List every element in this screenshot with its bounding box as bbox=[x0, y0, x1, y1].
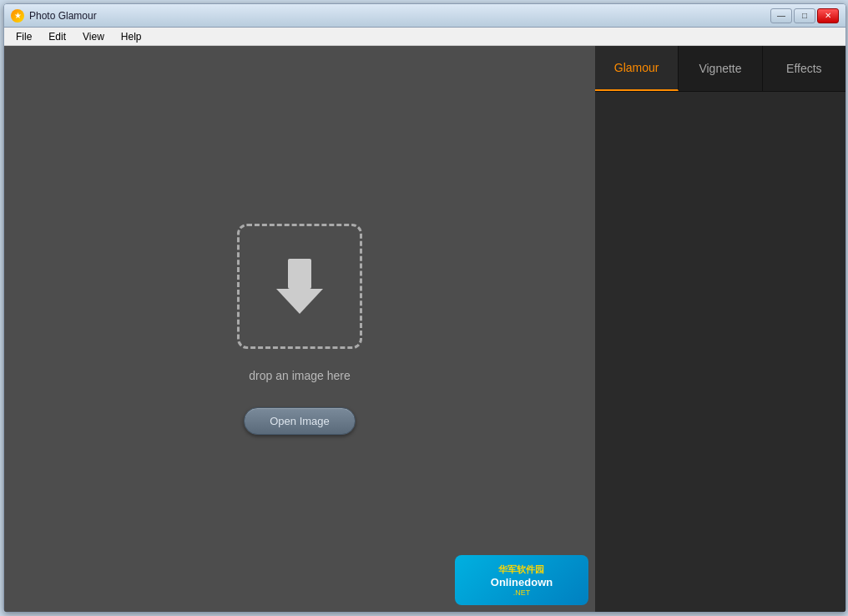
watermark-english: Onlinedown bbox=[491, 576, 553, 588]
drop-zone[interactable] bbox=[237, 224, 362, 349]
watermark-tld: .NET bbox=[491, 588, 553, 597]
window-title: Photo Glamour bbox=[29, 10, 770, 22]
menu-help[interactable]: Help bbox=[113, 29, 150, 44]
main-area: drop an image here Open Image 华军软件园 Onli… bbox=[4, 46, 845, 612]
tab-effects[interactable]: Effects bbox=[763, 46, 845, 91]
title-bar: ★ Photo Glamour — □ ✕ bbox=[4, 4, 845, 28]
right-panel: Glamour Vignette Effects bbox=[595, 46, 845, 612]
watermark-content: 华军软件园 Onlinedown .NET bbox=[491, 563, 553, 597]
tab-vignette[interactable]: Vignette bbox=[679, 46, 762, 91]
watermark: 华军软件园 Onlinedown .NET bbox=[455, 555, 588, 605]
canvas-area: drop an image here Open Image 华军软件园 Onli… bbox=[4, 46, 595, 612]
menu-view[interactable]: View bbox=[74, 29, 113, 44]
drop-arrow-icon bbox=[276, 259, 323, 314]
window-controls: — □ ✕ bbox=[770, 8, 839, 23]
menu-bar: File Edit View Help bbox=[4, 28, 845, 46]
open-image-button[interactable]: Open Image bbox=[244, 407, 356, 435]
arrow-body bbox=[288, 259, 311, 289]
close-button[interactable]: ✕ bbox=[817, 8, 839, 23]
app-icon: ★ bbox=[11, 9, 24, 23]
watermark-chinese: 华军软件园 bbox=[491, 563, 553, 576]
main-window: ★ Photo Glamour — □ ✕ File Edit View Hel… bbox=[3, 3, 846, 613]
maximize-button[interactable]: □ bbox=[794, 8, 815, 23]
panel-tabs: Glamour Vignette Effects bbox=[595, 46, 845, 92]
minimize-button[interactable]: — bbox=[770, 8, 792, 23]
tab-glamour[interactable]: Glamour bbox=[595, 46, 679, 91]
menu-file[interactable]: File bbox=[8, 29, 40, 44]
panel-content bbox=[595, 92, 845, 612]
drop-text: drop an image here bbox=[249, 369, 350, 382]
arrow-head bbox=[276, 289, 323, 314]
menu-edit[interactable]: Edit bbox=[40, 29, 74, 44]
